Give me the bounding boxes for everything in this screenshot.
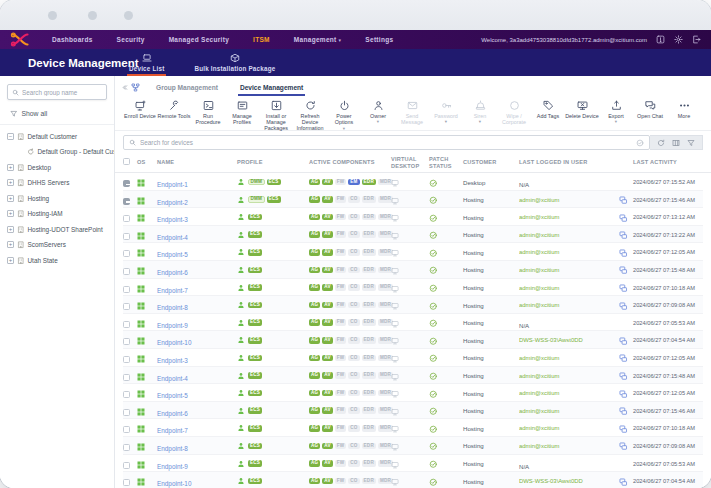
tree-expander[interactable]: + — [7, 195, 14, 202]
table-row[interactable]: Endpoint-6 ECS AGAVFWCOEDRMDR Hosting ad… — [123, 261, 703, 279]
columns-icon[interactable] — [672, 139, 680, 147]
tab-group-management[interactable]: Group Management — [154, 80, 220, 96]
row-checkbox[interactable] — [123, 479, 130, 486]
wipe-corporate-button[interactable]: Wipe / Corporate ▾ — [497, 100, 531, 125]
nav-item-settings[interactable]: Settings▾ — [365, 36, 393, 43]
release-notes-icon[interactable] — [656, 35, 665, 44]
chevron-left-icon[interactable] — [121, 84, 128, 91]
remote-session-icon[interactable] — [619, 337, 628, 346]
row-checkbox[interactable] — [123, 356, 130, 363]
page-tab-device-list[interactable]: Device List — [127, 49, 166, 76]
remote-session-icon[interactable] — [619, 266, 628, 275]
remote-session-icon[interactable] — [619, 302, 628, 311]
table-row[interactable]: Endpoint-7 ECS AGAVFWCOEDRMDR Hosting ad… — [123, 279, 703, 297]
remote-session-icon[interactable] — [619, 231, 628, 240]
logged-in-user-link[interactable]: admin@xcitium — [519, 355, 619, 361]
device-name-link[interactable]: Endpoint-5 — [157, 392, 188, 399]
window-control-icon[interactable] — [48, 11, 57, 20]
device-name-link[interactable]: Endpoint-9 — [157, 463, 188, 470]
logged-in-user-link[interactable]: admin@xcitium — [519, 214, 619, 220]
search-hint-icon[interactable] — [636, 139, 644, 147]
column-header-profile[interactable]: PROFILE — [237, 159, 309, 166]
sidebar-item-utah-state[interactable]: + Utah State — [0, 253, 114, 269]
table-row[interactable]: Endpoint-7 ECS AGAVFWCOEDRMDR Hosting ad… — [123, 419, 703, 437]
logged-in-user-link[interactable]: admin@xcitium — [519, 408, 619, 414]
tree-expander[interactable]: + — [7, 179, 14, 186]
row-checkbox[interactable] — [123, 426, 130, 433]
tree-expander[interactable]: + — [7, 210, 14, 217]
sidebar-item-default-customer[interactable]: − Default Customer — [0, 129, 114, 145]
device-name-link[interactable]: Endpoint-2 — [157, 199, 188, 206]
xcitium-logo-icon[interactable] — [10, 32, 30, 47]
device-name-link[interactable]: Endpoint-7 — [157, 287, 188, 294]
tree-expander[interactable]: − — [7, 133, 14, 140]
column-header-last-activity[interactable]: LAST ACTIVITY — [633, 159, 703, 166]
table-row[interactable]: Endpoint-4 ECS AGAVFWCOEDRMDR Hosting ad… — [123, 226, 703, 244]
row-checkbox[interactable] — [123, 233, 130, 240]
remote-session-icon[interactable] — [619, 425, 628, 434]
nav-item-itsm[interactable]: ITSM▾ — [253, 36, 270, 43]
device-name-link[interactable]: Endpoint-3 — [157, 216, 188, 223]
open-chat-button[interactable]: Open Chat ▾ — [633, 100, 667, 119]
column-header-patch-status[interactable]: PATCH STATUS — [429, 156, 463, 170]
owner-button[interactable]: Owner ▾ — [361, 100, 395, 123]
export-button[interactable]: Export ▾ — [599, 100, 633, 123]
device-name-link[interactable]: Endpoint-8 — [157, 304, 188, 311]
device-name-link[interactable]: Endpoint-3 — [157, 357, 188, 364]
sidebar-item-scomservers[interactable]: + ScomServers — [0, 237, 114, 253]
logged-in-user-link[interactable]: DWS-WSS-03\Awst0DD — [519, 478, 619, 484]
remote-session-icon[interactable] — [619, 390, 628, 399]
table-row[interactable]: Endpoint-10 ECS AGAVFWCOEDRMDR Hosting D… — [123, 472, 703, 488]
row-checkbox[interactable] — [123, 303, 130, 310]
logged-in-user-link[interactable]: admin@xcitium — [519, 373, 619, 379]
table-row[interactable]: Endpoint-5 ECS AGAVFWCOEDRMDR Hosting ad… — [123, 384, 703, 402]
device-name-link[interactable]: Endpoint-8 — [157, 445, 188, 452]
nav-item-security[interactable]: Security▾ — [117, 36, 145, 43]
remote-session-icon[interactable] — [619, 372, 628, 381]
device-name-link[interactable]: Endpoint-4 — [157, 375, 188, 382]
remote-session-icon[interactable] — [619, 407, 628, 416]
row-checkbox[interactable] — [123, 198, 130, 205]
logout-icon[interactable] — [692, 35, 701, 44]
remote-session-icon[interactable] — [619, 214, 628, 223]
row-checkbox[interactable] — [123, 444, 130, 451]
nav-item-management[interactable]: Management▾ — [294, 36, 342, 43]
remote-session-icon[interactable] — [619, 249, 628, 258]
logged-in-user-link[interactable]: admin@xcitium — [519, 197, 619, 203]
row-checkbox[interactable] — [123, 374, 130, 381]
power-options-button[interactable]: Power Options ▾ — [327, 100, 361, 130]
sitemap-icon[interactable] — [131, 83, 140, 92]
device-name-link[interactable]: Endpoint-9 — [157, 322, 188, 329]
logged-in-user-link[interactable]: admin@xcitium — [519, 232, 619, 238]
device-name-link[interactable]: Endpoint-5 — [157, 251, 188, 258]
row-checkbox[interactable] — [123, 409, 130, 416]
table-row[interactable]: Endpoint-3 ECS AGAVFWCOEDRMDR Hosting ad… — [123, 208, 703, 226]
sidebar-item-default-group-default-cus[interactable]: Default Group - Default Cus... — [0, 144, 114, 160]
table-row[interactable]: Endpoint-9 ECS AGAVFWCOEDRMDR Hosting N/… — [123, 314, 703, 332]
remote-session-icon[interactable] — [619, 196, 628, 205]
delete-device-button[interactable]: Delete Device ▾ — [565, 100, 599, 119]
table-row[interactable]: Endpoint-8 ECS AGAVFWCOEDRMDR Hosting ad… — [123, 437, 703, 455]
row-checkbox[interactable] — [123, 268, 130, 275]
sidebar-item-hosting-udot-sharepoint[interactable]: + Hosting-UDOT SharePoint — [0, 222, 114, 238]
column-header-virtual-desktop[interactable]: VIRTUAL DESKTOP — [391, 156, 429, 170]
column-header-last-logged-in-user[interactable]: LAST LOGGED IN USER — [519, 159, 633, 166]
table-row[interactable]: Endpoint-6 ECS AGAVFWCOEDRMDR Hosting ad… — [123, 402, 703, 420]
row-checkbox[interactable] — [123, 321, 130, 328]
remote-tools-button[interactable]: Remote Tools ▾ — [157, 100, 191, 119]
enroll-device-button[interactable]: Enroll Device ▾ — [123, 100, 157, 119]
device-search-input[interactable] — [140, 139, 632, 146]
logged-in-user-link[interactable]: admin@xcitium — [519, 267, 619, 273]
device-name-link[interactable]: Endpoint-6 — [157, 410, 188, 417]
table-row[interactable]: Endpoint-5 ECS AGAVFWCOEDRMDR Hosting ad… — [123, 243, 703, 261]
row-checkbox[interactable] — [123, 180, 130, 187]
more-button[interactable]: More ▾ — [667, 100, 701, 119]
filter-icon[interactable] — [687, 139, 695, 147]
column-header-components[interactable]: ACTIVE COMPONENTS — [309, 159, 391, 166]
row-checkbox[interactable] — [123, 391, 130, 398]
column-header-customer[interactable]: CUSTOMER — [463, 159, 519, 166]
remote-session-icon[interactable] — [619, 478, 628, 487]
row-checkbox[interactable] — [123, 286, 130, 293]
tree-expander[interactable]: + — [7, 226, 14, 233]
logged-in-user-link[interactable]: admin@xcitium — [519, 285, 619, 291]
